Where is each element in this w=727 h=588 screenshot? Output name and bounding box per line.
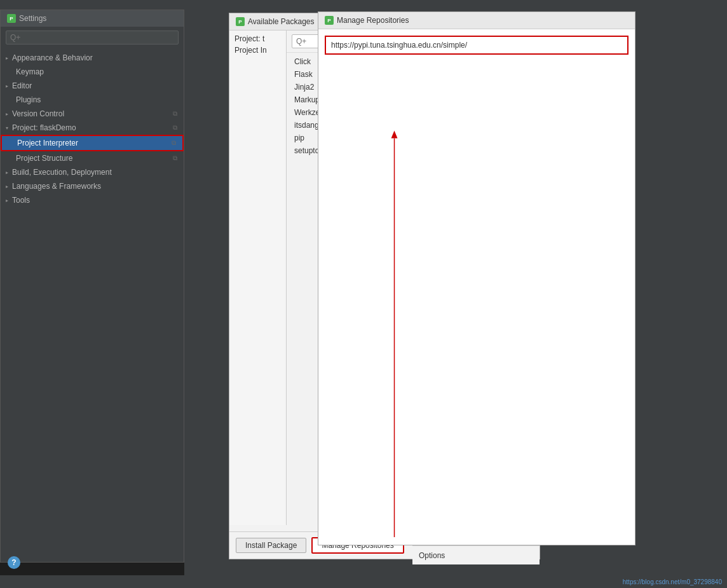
repos-title: Manage Repositories (337, 16, 409, 25)
settings-nav: ▸ Appearance & Behavior Keymap ▸ Editor … (1, 48, 184, 210)
settings-title-bar: P Settings (1, 10, 184, 27)
help-button[interactable]: ? (8, 556, 20, 569)
sidebar-item-label: Build, Execution, Deployment (12, 168, 112, 177)
sidebar-item-label: Appearance & Behavior (12, 53, 93, 62)
options-bar: Options (412, 545, 540, 564)
copy-icon: ⧉ (173, 124, 177, 132)
bottom-bar: https://blog.csdn.net/m0_37298840 (0, 575, 727, 588)
arrow-icon: ▸ (6, 111, 8, 117)
arrow-icon: ▸ (6, 184, 8, 189)
sidebar-item-build[interactable]: ▸ Build, Execution, Deployment (1, 165, 184, 179)
copy-icon: ⧉ (172, 139, 176, 147)
copy-icon: ⧉ (173, 154, 177, 162)
svg-marker-1 (391, 131, 398, 139)
sidebar-item-appearance[interactable]: ▸ Appearance & Behavior (1, 51, 184, 65)
sidebar-item-keymap[interactable]: Keymap (1, 65, 184, 79)
arrow-icon: ▸ (6, 83, 8, 89)
copy-icon: ⧉ (173, 110, 177, 118)
sidebar-item-project-interpreter[interactable]: Project Interpreter ⧉ (1, 135, 184, 151)
options-label: Options (419, 551, 445, 560)
bottom-url: https://blog.csdn.net/m0_37298840 (623, 578, 722, 585)
sidebar-item-project-structure[interactable]: Project Structure ⧉ (1, 151, 184, 165)
repos-window: P Manage Repositories https://pypi.tuna.… (318, 11, 635, 545)
sidebar-item-tools[interactable]: ▸ Tools (1, 193, 184, 207)
pycharm-icon: P (325, 16, 334, 25)
annotation-arrow (318, 61, 635, 545)
sidebar-item-label: Project Interpreter (17, 139, 78, 147)
sidebar-item-languages[interactable]: ▸ Languages & Frameworks (1, 179, 184, 193)
sidebar-item-label: Project: flaskDemo (12, 123, 76, 132)
sidebar-item-plugins[interactable]: Plugins (1, 93, 184, 107)
sidebar-item-version-control[interactable]: ▸ Version Control ⧉ (1, 107, 184, 121)
sidebar-item-label: Plugins (16, 95, 41, 104)
help-label: ? (11, 558, 16, 567)
packages-left-panel: Project: t Project In (229, 31, 287, 525)
repos-content-area (318, 61, 635, 545)
project-sub-label: Project In (234, 46, 281, 55)
sidebar-item-label: Project Structure (16, 154, 72, 163)
sidebar-item-label: Version Control (12, 109, 64, 118)
arrow-icon: ▸ (6, 170, 8, 175)
sidebar-item-label: Editor (12, 81, 32, 90)
repos-title-bar: P Manage Repositories (318, 12, 635, 29)
settings-search-container (1, 27, 184, 48)
repos-url-display: https://pypi.tuna.tsinghua.edu.cn/simple… (325, 36, 628, 55)
sidebar-item-editor[interactable]: ▸ Editor (1, 79, 184, 93)
sidebar-item-label: Languages & Frameworks (12, 182, 101, 191)
install-package-button[interactable]: Install Package (236, 538, 306, 553)
project-label: Project: t (234, 34, 281, 43)
pycharm-icon: P (236, 17, 245, 26)
arrow-icon: ▾ (6, 125, 8, 131)
arrow-icon: ▸ (6, 55, 8, 61)
sidebar-item-label: Tools (12, 196, 30, 205)
settings-search-input[interactable] (6, 31, 179, 44)
sidebar-item-project[interactable]: ▾ Project: flaskDemo ⧉ (1, 121, 184, 135)
settings-window: P Settings ▸ Appearance & Behavior Keyma… (0, 10, 184, 563)
settings-title: Settings (19, 14, 46, 23)
arrow-icon: ▸ (6, 198, 8, 203)
pycharm-icon: P (7, 14, 16, 23)
packages-title: Available Packages (248, 17, 315, 26)
sidebar-item-label: Keymap (16, 67, 44, 76)
